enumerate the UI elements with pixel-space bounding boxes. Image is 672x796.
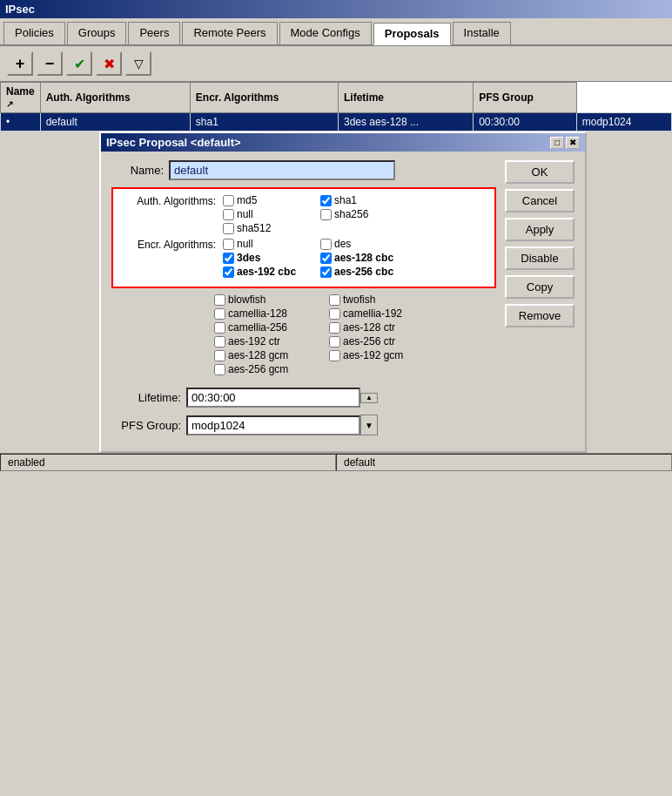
encr-checkboxes: null des 3des aes-128 cbc (223, 238, 407, 278)
pfs-dropdown-button[interactable]: ▼ (360, 415, 378, 435)
cb-aes128gcm[interactable]: aes-128 gcm (214, 349, 319, 361)
extra-algos: blowfish twofish camellia-128 camellia-1… (111, 293, 496, 381)
pfs-label: PFS Group: (111, 419, 181, 432)
name-row: Name: (111, 160, 496, 180)
status-right: default (336, 454, 672, 471)
name-input[interactable] (169, 160, 395, 180)
table-row[interactable]: • default sha1 3des aes-128 ... 00:30:00… (1, 113, 672, 132)
col-auth[interactable]: Auth. Algorithms (40, 83, 190, 113)
tab-peers[interactable]: Peers (128, 22, 180, 44)
col-name[interactable]: Name ↗ (1, 83, 41, 113)
dialog-title-bar: IPsec Proposal <default> □ ✖ (101, 133, 585, 152)
cb-aes128cbc[interactable]: aes-128 cbc (320, 252, 407, 264)
tab-policies[interactable]: Policies (3, 22, 65, 44)
pfs-input[interactable] (186, 415, 360, 435)
ok-button[interactable]: OK (505, 160, 575, 184)
row-indicator: • (1, 113, 41, 132)
auth-label: Auth. Algorithms: (120, 194, 216, 207)
algo-box: Auth. Algorithms: md5 sha1 (111, 187, 496, 288)
cb-null-auth[interactable]: null (223, 208, 310, 220)
disable-button[interactable]: Disable (505, 246, 575, 270)
cb-camellia128[interactable]: camellia-128 (214, 307, 319, 320)
cb-aes256ctr[interactable]: aes-256 ctr (329, 335, 433, 347)
remove-button[interactable]: − (37, 51, 63, 76)
cb-blowfish[interactable]: blowfish (214, 293, 319, 306)
col-lifetime[interactable]: Lifetime (338, 83, 473, 113)
tab-mode-configs[interactable]: Mode Configs (279, 22, 372, 44)
tab-bar: Policies Groups Peers Remote Peers Mode … (0, 18, 672, 46)
cancel-button[interactable]: ✖ (96, 51, 122, 76)
dialog: IPsec Proposal <default> □ ✖ Name: Auth.… (99, 132, 587, 453)
title-bar: IPsec (0, 0, 672, 18)
tab-remote-peers[interactable]: Remote Peers (182, 22, 277, 44)
cb-aes128ctr[interactable]: aes-128 ctr (329, 321, 433, 334)
cb-aes192ctr[interactable]: aes-192 ctr (214, 335, 319, 347)
main-table: Name ↗ Auth. Algorithms Encr. Algorithms… (0, 82, 672, 132)
dialog-right: OK Cancel Apply Disable Copy Remove (505, 160, 575, 442)
row-name: default (40, 113, 190, 132)
cb-aes192gcm[interactable]: aes-192 gcm (329, 349, 433, 361)
copy-button[interactable]: Copy (505, 275, 575, 299)
cb-sha1[interactable]: sha1 (320, 194, 407, 206)
dialog-title-buttons: □ ✖ (550, 137, 580, 149)
auth-algo-row: Auth. Algorithms: md5 sha1 (120, 194, 487, 234)
status-left: enabled (0, 454, 336, 471)
encr-algo-row: Encr. Algorithms: null des (120, 238, 487, 278)
row-pfs: modp1024 (576, 113, 671, 132)
lifetime-label: Lifetime: (111, 391, 181, 404)
col-encr[interactable]: Encr. Algorithms (190, 83, 338, 113)
cb-sha512[interactable]: sha512 (223, 222, 310, 234)
add-button[interactable]: + (7, 51, 33, 76)
tab-groups[interactable]: Groups (67, 22, 127, 44)
dialog-close-button[interactable]: ✖ (566, 137, 580, 149)
cb-sha256[interactable]: sha256 (320, 208, 407, 220)
dialog-restore-button[interactable]: □ (550, 137, 564, 149)
tab-install[interactable]: Installe (453, 22, 511, 44)
toolbar: + − ✔ ✖ ▽ (0, 46, 672, 82)
status-bar: enabled default (0, 453, 672, 471)
check-button[interactable]: ✔ (66, 51, 92, 76)
encr-label: Encr. Algorithms: (120, 238, 216, 251)
cb-null-encr[interactable]: null (223, 238, 310, 250)
cb-aes192cbc[interactable]: aes-192 cbc (223, 266, 310, 278)
cb-twofish[interactable]: twofish (329, 293, 433, 306)
remove-button-dialog[interactable]: Remove (505, 304, 575, 327)
dialog-title-text: IPsec Proposal <default> (106, 136, 241, 149)
lifetime-up-button[interactable]: ▲ (360, 393, 378, 403)
apply-button[interactable]: Apply (505, 218, 575, 241)
filter-button[interactable]: ▽ (125, 51, 151, 76)
app-title: IPsec (5, 3, 35, 16)
cb-aes256gcm[interactable]: aes-256 gcm (214, 363, 319, 375)
dialog-body: Name: Auth. Algorithms: md5 sha1 (101, 152, 585, 451)
row-lifetime: 00:30:00 (474, 113, 577, 132)
pfs-row: PFS Group: ▼ (111, 415, 496, 435)
dialog-left: Name: Auth. Algorithms: md5 sha1 (111, 160, 496, 442)
lifetime-input[interactable] (186, 388, 360, 408)
lifetime-row: Lifetime: ▲ (111, 388, 496, 408)
auth-checkboxes: md5 sha1 null sha256 (223, 194, 407, 234)
cb-md5[interactable]: md5 (223, 194, 310, 206)
cb-des[interactable]: des (320, 238, 407, 250)
cb-aes256cbc[interactable]: aes-256 cbc (320, 266, 407, 278)
col-pfs[interactable]: PFS Group (474, 83, 577, 113)
row-auth: sha1 (190, 113, 338, 132)
tab-proposals[interactable]: Proposals (373, 23, 451, 45)
name-label: Name: (111, 164, 164, 177)
row-encr: 3des aes-128 ... (338, 113, 473, 132)
cb-3des[interactable]: 3des (223, 252, 310, 264)
dialog-cancel-button[interactable]: Cancel (505, 189, 575, 212)
cb-camellia192[interactable]: camellia-192 (329, 307, 433, 320)
cb-camellia256[interactable]: camellia-256 (214, 321, 319, 334)
